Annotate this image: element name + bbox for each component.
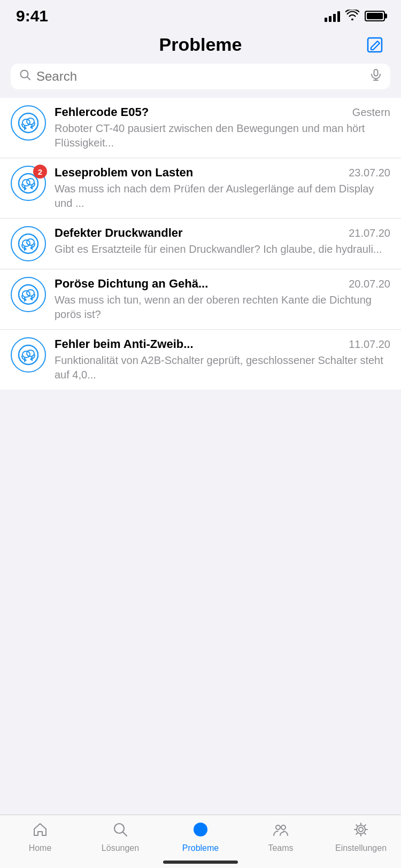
item-content: Poröse Dichtung an Gehä... 20.07.20 Was …	[55, 277, 390, 322]
header: Probleme	[0, 29, 401, 64]
item-title: Fehler beim Anti-Zweib...	[55, 337, 343, 351]
list-item[interactable]: Fehlercode E05? Gestern Roboter CT-40 pa…	[0, 98, 401, 158]
avatar-wrap	[11, 226, 46, 261]
badge: 2	[33, 165, 47, 179]
item-date: 11.07.20	[349, 338, 390, 351]
avatar	[11, 277, 46, 312]
avatar	[11, 226, 46, 261]
item-header-row: Poröse Dichtung an Gehä... 20.07.20	[55, 277, 390, 291]
svg-point-28	[357, 825, 365, 834]
tab-home[interactable]: Home	[0, 821, 80, 853]
status-bar: 9:41	[0, 0, 401, 29]
status-time: 9:41	[16, 7, 48, 25]
tab-label-probleme: Probleme	[182, 843, 219, 853]
list-item[interactable]: 2 Leseproblem von Lasten 23.07.20 Was mu…	[0, 158, 401, 219]
edit-button[interactable]	[366, 36, 385, 57]
item-header-row: Leseproblem von Lasten 23.07.20	[55, 166, 390, 180]
svg-rect-3	[374, 69, 378, 76]
item-header-row: Fehler beim Anti-Zweib... 11.07.20	[55, 337, 390, 351]
battery-icon	[365, 11, 385, 21]
item-content: Fehler beim Anti-Zweib... 11.07.20 Funkt…	[55, 337, 390, 382]
item-preview: Roboter CT-40 pausiert zwischen den Bewe…	[55, 121, 390, 150]
tab-label-teams: Teams	[268, 843, 293, 853]
svg-rect-0	[368, 38, 382, 52]
tab-label-loesungen: Lösungen	[102, 843, 139, 853]
item-title: Fehlercode E05?	[55, 105, 347, 119]
svg-point-17	[27, 290, 34, 296]
avatar-wrap	[11, 337, 46, 373]
tab-teams[interactable]: Teams	[241, 821, 321, 853]
item-content: Leseproblem von Lasten 23.07.20 Was muss…	[55, 166, 390, 211]
wifi-icon	[345, 10, 359, 23]
item-content: Defekter Druckwandler 21.07.20 Gibt es E…	[55, 226, 390, 257]
svg-point-25	[276, 825, 280, 830]
signal-icon	[325, 10, 340, 22]
svg-line-2	[27, 77, 30, 80]
item-preview: Gibt es Ersatzteile für einen Druckwandl…	[55, 242, 390, 257]
item-title: Poröse Dichtung an Gehä...	[55, 277, 343, 291]
item-title: Leseproblem von Lasten	[55, 166, 343, 180]
avatar	[11, 337, 46, 373]
loesungen-icon	[112, 821, 128, 841]
item-header-row: Fehlercode E05? Gestern	[55, 105, 390, 119]
svg-point-27	[359, 827, 363, 832]
tab-einstellungen[interactable]: Einstellungen	[321, 821, 401, 853]
avatar	[11, 105, 46, 141]
page-title: Probleme	[159, 34, 242, 55]
item-title: Defekter Druckwandler	[55, 226, 343, 240]
list-item[interactable]: Defekter Druckwandler 21.07.20 Gibt es E…	[0, 219, 401, 269]
mic-icon[interactable]	[370, 69, 382, 84]
svg-point-14	[27, 239, 34, 245]
tab-label-home: Home	[29, 843, 52, 853]
svg-point-20	[27, 350, 34, 356]
item-date: 20.07.20	[349, 278, 390, 290]
item-preview: Was muss ich tun, wenn an der oberen rec…	[55, 293, 390, 322]
issues-list: Fehlercode E05? Gestern Roboter CT-40 pa…	[0, 98, 401, 390]
svg-point-8	[27, 118, 34, 125]
item-content: Fehlercode E05? Gestern Roboter CT-40 pa…	[55, 105, 390, 150]
svg-point-26	[281, 825, 286, 830]
item-date: 23.07.20	[349, 167, 390, 179]
list-item[interactable]: Poröse Dichtung an Gehä... 20.07.20 Was …	[0, 269, 401, 330]
avatar-wrap	[11, 105, 46, 141]
einstellungen-icon	[353, 821, 369, 841]
search-icon	[19, 69, 31, 84]
item-preview: Funktionalität von A2B-Schalter geprüft,…	[55, 353, 390, 382]
tab-probleme[interactable]: Probleme	[160, 821, 241, 853]
list-item[interactable]: Fehler beim Anti-Zweib... 11.07.20 Funkt…	[0, 330, 401, 390]
home-icon	[32, 821, 48, 841]
search-bar-container	[0, 64, 401, 98]
probleme-icon	[192, 821, 209, 841]
svg-line-22	[123, 832, 127, 836]
teams-icon	[273, 821, 289, 841]
item-header-row: Defekter Druckwandler 21.07.20	[55, 226, 390, 240]
item-preview: Was muss ich nach dem Prüfen der Auslege…	[55, 182, 390, 211]
home-indicator	[163, 861, 238, 864]
tab-loesungen[interactable]: Lösungen	[80, 821, 160, 853]
avatar-wrap: 2	[11, 166, 46, 201]
tab-label-einstellungen: Einstellungen	[335, 843, 387, 853]
item-date: Gestern	[352, 106, 390, 119]
status-icons	[325, 10, 385, 23]
svg-point-11	[27, 179, 34, 185]
search-input[interactable]	[36, 69, 365, 84]
avatar-wrap	[11, 277, 46, 312]
tab-bar: Home Lösungen Probleme Teams Einstellung…	[0, 815, 401, 868]
item-date: 21.07.20	[349, 227, 390, 239]
search-bar	[11, 64, 390, 89]
